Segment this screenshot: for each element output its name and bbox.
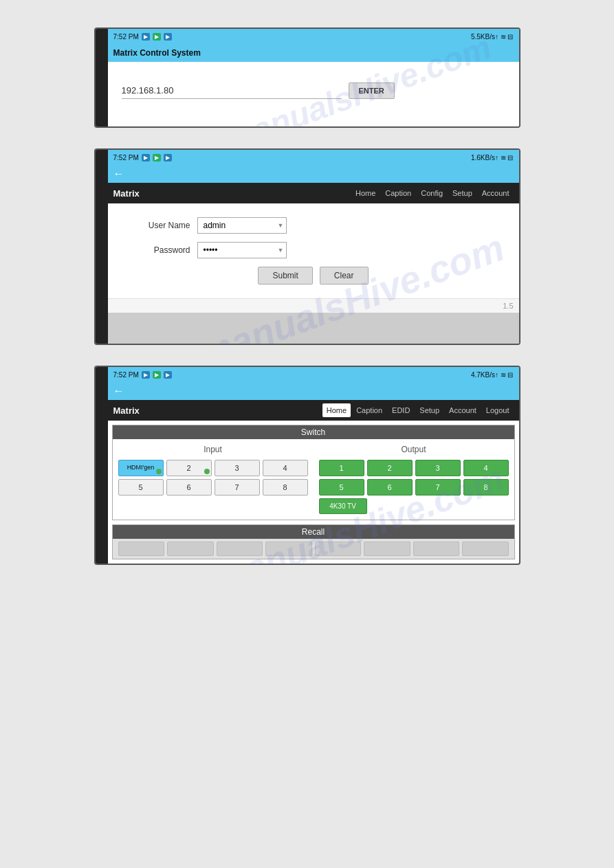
- screen-2-inner: 7:52 PM ▶ ▶ ▶ 1.6KB/s↑ ≋ ⊟ ← Matrix Home…: [108, 150, 519, 344]
- screen3-menu-edid[interactable]: EDID: [388, 403, 414, 417]
- output-btn-3[interactable]: 3: [415, 460, 461, 476]
- ip-input-field[interactable]: [122, 82, 342, 99]
- input-btn-3[interactable]: 3: [215, 460, 260, 476]
- screen2-menu-bar: Matrix Home Caption Config Setup Account: [108, 183, 519, 203]
- username-input[interactable]: [197, 217, 287, 234]
- screen3-menu-home[interactable]: Home: [322, 403, 351, 417]
- password-input-wrapper: [197, 242, 287, 258]
- input-btn-8[interactable]: 8: [263, 479, 308, 496]
- password-input[interactable]: [197, 242, 287, 258]
- switch-section: Switch Input HDMI'gen 2: [112, 425, 515, 520]
- form-buttons: Submit Clear: [135, 267, 492, 285]
- screen3-menu-bar: Matrix Home Caption EDID Setup Account L…: [108, 400, 519, 421]
- screen1-time: 7:52 PM: [113, 33, 139, 41]
- output-btn-7[interactable]: 7: [415, 479, 461, 496]
- enter-button[interactable]: ENTER: [349, 82, 395, 99]
- output-btn-1[interactable]: 1: [319, 460, 364, 476]
- screen1-status-bar: 7:52 PM ▶ ▶ ▶ 5.5KB/s↑ ≋ ⊟: [108, 29, 519, 44]
- clear-button[interactable]: Clear: [320, 267, 369, 285]
- menu-item-setup[interactable]: Setup: [448, 186, 476, 200]
- screen3-status-bar: 7:52 PM ▶ ▶ ▶ 4.7KB/s↑ ≋ ⊟: [108, 367, 519, 382]
- input-title: Input: [118, 445, 308, 454]
- ip-input-row: ENTER: [122, 82, 505, 99]
- screen3-time: 7:52 PM: [113, 371, 139, 379]
- menu-item-caption[interactable]: Caption: [381, 186, 415, 200]
- screen1-status-right: 5.5KB/s↑ ≋ ⊟: [471, 33, 514, 41]
- input-btn-1[interactable]: HDMI'gen: [118, 460, 164, 476]
- screen-3-panel: 7:52 PM ▶ ▶ ▶ 4.7KB/s↑ ≋ ⊟ ← Matrix Home…: [94, 366, 520, 565]
- screen1-icon-2: ▶: [153, 33, 161, 41]
- screen3-nav-back: ←: [108, 382, 519, 400]
- recall-body: [113, 539, 514, 559]
- output-btn-5[interactable]: 5: [319, 479, 364, 496]
- gray-section: [108, 313, 519, 344]
- output-btn-2[interactable]: 2: [367, 460, 413, 476]
- output-btn-8[interactable]: 8: [463, 479, 509, 496]
- page-wrapper: 7:52 PM ▶ ▶ ▶ 5.5KB/s↑ ≋ ⊟ Matrix Contro…: [0, 0, 614, 868]
- screen3-menu-account[interactable]: Account: [445, 403, 481, 417]
- screen-2-panel: 7:52 PM ▶ ▶ ▶ 1.6KB/s↑ ≋ ⊟ ← Matrix Home…: [94, 148, 520, 345]
- screen2-icon-3: ▶: [164, 154, 172, 162]
- input-btn-2[interactable]: 2: [166, 460, 212, 476]
- recall-section: Recall: [112, 524, 515, 559]
- screen1-icon-1: ▶: [142, 33, 150, 41]
- screen3-menu-caption[interactable]: Caption: [352, 403, 386, 417]
- recall-btn-7[interactable]: [413, 542, 460, 556]
- recall-btn-8[interactable]: [462, 542, 509, 556]
- screen3-icon-3: ▶: [164, 371, 172, 379]
- version-row: 1.5: [108, 298, 519, 313]
- screen-1-panel: 7:52 PM ▶ ▶ ▶ 5.5KB/s↑ ≋ ⊟ Matrix Contro…: [94, 27, 520, 128]
- input-btn-4[interactable]: 4: [263, 460, 308, 476]
- output-grid: 1 2 3 4 5 6 7 8: [319, 460, 509, 496]
- recall-btn-5[interactable]: [315, 542, 362, 556]
- switch-body: Input HDMI'gen 2 3 4: [113, 439, 514, 520]
- screen3-menu-setup[interactable]: Setup: [415, 403, 443, 417]
- screen1-icon-3: ▶: [164, 33, 172, 41]
- screen3-icon-1: ▶: [142, 371, 150, 379]
- submit-button[interactable]: Submit: [258, 267, 312, 285]
- screen2-nav-back: ←: [108, 165, 519, 183]
- password-row: Password: [135, 242, 492, 258]
- output-btn-4[interactable]: 4: [463, 460, 509, 476]
- screen3-menu-title: Matrix: [113, 403, 140, 419]
- input-2-indicator: [204, 469, 210, 474]
- screen2-status-right: 1.6KB/s↑ ≋ ⊟: [471, 154, 514, 162]
- output-title: Output: [319, 445, 509, 454]
- screen2-icon-2: ▶: [153, 154, 161, 162]
- recall-btn-4[interactable]: [265, 542, 312, 556]
- recall-btn-2[interactable]: [167, 542, 214, 556]
- recall-btn-1[interactable]: [118, 542, 165, 556]
- screen1-content: ENTER: [108, 62, 519, 126]
- screen1-status-left: 7:52 PM ▶ ▶ ▶: [113, 33, 172, 41]
- screen3-menu-logout[interactable]: Logout: [482, 403, 514, 417]
- screen-3-inner: 7:52 PM ▶ ▶ ▶ 4.7KB/s↑ ≋ ⊟ ← Matrix Home…: [108, 367, 519, 559]
- login-form: User Name Password Submit Clear: [108, 203, 519, 298]
- screen2-menu-items: Home Caption Config Setup Account: [351, 186, 514, 200]
- username-row: User Name: [135, 217, 492, 234]
- menu-item-config[interactable]: Config: [417, 186, 447, 200]
- switch-header: Switch: [113, 425, 514, 439]
- recall-header: Recall: [113, 525, 514, 539]
- menu-item-account[interactable]: Account: [478, 186, 514, 200]
- screen3-menu-items: Home Caption EDID Setup Account Logout: [322, 403, 514, 417]
- back-arrow-icon[interactable]: ←: [113, 168, 124, 180]
- screen3-status-right: 4.7KB/s↑ ≋ ⊟: [471, 371, 514, 379]
- recall-btn-3[interactable]: [217, 542, 263, 556]
- input-btn-6[interactable]: 6: [166, 479, 212, 496]
- screen3-icon-2: ▶: [153, 371, 161, 379]
- recall-btn-6[interactable]: [364, 542, 410, 556]
- screen2-icon-1: ▶: [142, 154, 150, 162]
- username-label: User Name: [135, 221, 190, 230]
- screen2-time: 7:52 PM: [113, 154, 139, 162]
- screen2-status-left: 7:52 PM ▶ ▶ ▶: [113, 154, 172, 162]
- input-btn-7[interactable]: 7: [215, 479, 260, 496]
- input-btn-5[interactable]: 5: [118, 479, 164, 496]
- output-btn-6[interactable]: 6: [367, 479, 413, 496]
- input-grid: HDMI'gen 2 3 4 5 6 7: [118, 460, 308, 496]
- screen2-status-bar: 7:52 PM ▶ ▶ ▶ 1.6KB/s↑ ≋ ⊟: [108, 150, 519, 165]
- username-input-wrapper: [197, 217, 287, 234]
- output-btn-4k30tv[interactable]: 4K30 TV: [319, 498, 367, 514]
- screen3-back-arrow-icon[interactable]: ←: [113, 385, 124, 397]
- menu-item-home[interactable]: Home: [351, 186, 380, 200]
- screen1-app-title: Matrix Control System: [108, 44, 519, 62]
